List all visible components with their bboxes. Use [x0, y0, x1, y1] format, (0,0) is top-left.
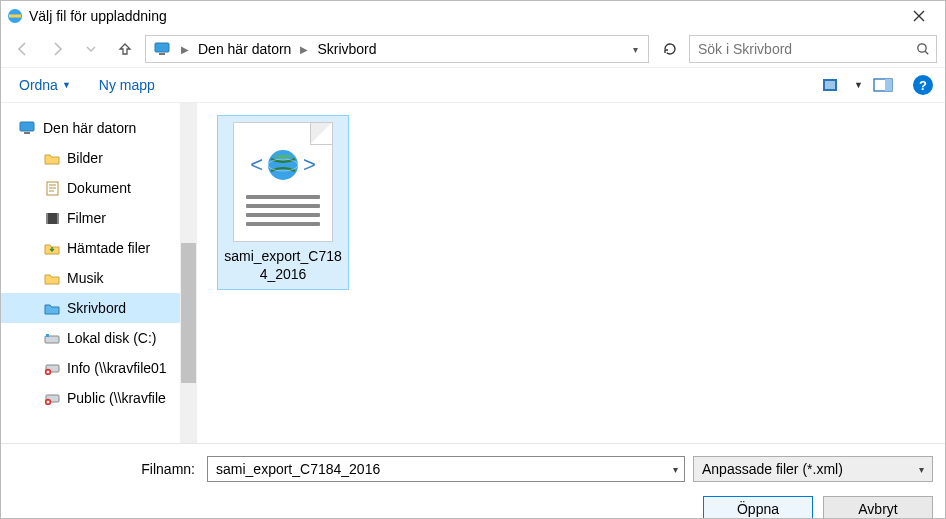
- music-icon: [43, 272, 61, 285]
- folder-icon: [43, 152, 61, 165]
- nav-row: ▶ Den här datorn ▶ Skrivbord ▾: [1, 31, 945, 67]
- xml-file-icon: < >: [233, 122, 333, 242]
- tree-item-musik[interactable]: Musik: [1, 263, 197, 293]
- breadcrumb-current[interactable]: Skrivbord: [313, 39, 380, 59]
- file-pane[interactable]: < > sami_export_C7184_2016: [197, 103, 945, 443]
- network-drive-error-icon: [43, 362, 61, 375]
- svg-point-20: [268, 150, 298, 180]
- svg-rect-9: [24, 132, 30, 134]
- tree-item-filmer[interactable]: Filmer: [1, 203, 197, 233]
- body: Den här datorn Bilder Dokument Filmer Hä…: [1, 103, 945, 443]
- nav-tree[interactable]: Den här datorn Bilder Dokument Filmer Hä…: [1, 103, 197, 443]
- svg-rect-13: [57, 213, 59, 224]
- file-item[interactable]: < > sami_export_C7184_2016: [217, 115, 349, 290]
- recent-locations-button[interactable]: [77, 35, 105, 63]
- close-button[interactable]: [899, 1, 939, 31]
- tree-item-hamtade[interactable]: Hämtade filer: [1, 233, 197, 263]
- breadcrumb[interactable]: ▶ Den här datorn ▶ Skrivbord ▾: [145, 35, 649, 63]
- svg-rect-7: [885, 79, 892, 91]
- help-button[interactable]: ?: [913, 75, 933, 95]
- window-title: Välj fil för uppladdning: [29, 8, 899, 24]
- footer: Filnamn: ▾ Anpassade filer (*.xml) ▾ Öpp…: [1, 443, 945, 519]
- tree-item-bilder[interactable]: Bilder: [1, 143, 197, 173]
- chevron-right-icon[interactable]: ▶: [297, 44, 311, 55]
- tree-item-label: Dokument: [67, 180, 131, 196]
- refresh-button[interactable]: [655, 35, 683, 63]
- chevron-right-icon[interactable]: ▶: [178, 44, 192, 55]
- search-box[interactable]: [689, 35, 937, 63]
- tree-scrollbar[interactable]: [180, 103, 197, 443]
- tree-item-net-info[interactable]: Info (\\kravfile01: [1, 353, 197, 383]
- tree-item-net-public[interactable]: Public (\\kravfile: [1, 383, 197, 413]
- filter-label: Anpassade filer (*.xml): [702, 461, 843, 477]
- tree-item-dokument[interactable]: Dokument: [1, 173, 197, 203]
- open-button[interactable]: Öppna: [703, 496, 813, 519]
- svg-rect-15: [46, 334, 49, 337]
- file-label: sami_export_C7184_2016: [224, 248, 342, 283]
- tree-item-label: Info (\\kravfile01: [67, 360, 167, 376]
- svg-rect-14: [45, 336, 59, 343]
- tree-item-label: Musik: [67, 270, 104, 286]
- drive-icon: [43, 332, 61, 345]
- new-folder-label: Ny mapp: [99, 77, 155, 93]
- svg-point-3: [918, 44, 926, 52]
- document-icon: [43, 181, 61, 196]
- svg-rect-12: [46, 213, 48, 224]
- tree-item-label: Skrivbord: [67, 300, 126, 316]
- svg-rect-8: [20, 122, 34, 131]
- tree-item-skrivbord[interactable]: Skrivbord: [1, 293, 197, 323]
- filename-label: Filnamn:: [13, 461, 199, 477]
- svg-rect-5: [825, 81, 835, 89]
- filename-combo[interactable]: ▾: [207, 456, 685, 482]
- pc-icon: [154, 42, 172, 56]
- tree-item-localdisk[interactable]: Lokal disk (C:): [1, 323, 197, 353]
- svg-rect-1: [155, 43, 169, 52]
- cancel-button[interactable]: Avbryt: [823, 496, 933, 519]
- breadcrumb-root[interactable]: Den här datorn: [194, 39, 295, 59]
- nav-back-button[interactable]: [9, 35, 37, 63]
- nav-up-button[interactable]: [111, 35, 139, 63]
- organize-menu[interactable]: Ordna ▼: [13, 73, 77, 97]
- preview-pane-button[interactable]: [871, 74, 897, 96]
- filename-input[interactable]: [214, 460, 673, 478]
- chevron-down-icon: ▼: [62, 80, 71, 90]
- tree-item-label: Public (\\kravfile: [67, 390, 166, 406]
- chevron-down-icon[interactable]: ▼: [854, 80, 863, 90]
- tree-root[interactable]: Den här datorn: [1, 113, 197, 143]
- desktop-icon: [43, 302, 61, 315]
- tree-item-label: Hämtade filer: [67, 240, 150, 256]
- title-bar: Välj fil för uppladdning: [1, 1, 945, 31]
- download-icon: [43, 242, 61, 255]
- tree-root-label: Den här datorn: [43, 120, 136, 136]
- network-drive-error-icon: [43, 392, 61, 405]
- organize-label: Ordna: [19, 77, 58, 93]
- nav-forward-button[interactable]: [43, 35, 71, 63]
- svg-rect-2: [159, 53, 165, 55]
- view-mode-button[interactable]: [820, 74, 846, 96]
- chevron-down-icon[interactable]: ▾: [673, 464, 678, 475]
- toolbar: Ordna ▼ Ny mapp ▼ ?: [1, 67, 945, 103]
- pc-icon: [19, 121, 37, 135]
- video-icon: [43, 212, 61, 225]
- scrollbar-thumb[interactable]: [181, 243, 196, 383]
- search-input[interactable]: [696, 40, 916, 58]
- tree-item-label: Bilder: [67, 150, 103, 166]
- tree-item-label: Filmer: [67, 210, 106, 226]
- breadcrumb-dropdown[interactable]: ▾: [627, 44, 644, 55]
- chevron-down-icon: ▾: [919, 464, 924, 475]
- ie-icon: [7, 8, 23, 24]
- search-icon[interactable]: [916, 42, 930, 56]
- new-folder-button[interactable]: Ny mapp: [93, 73, 161, 97]
- tree-item-label: Lokal disk (C:): [67, 330, 156, 346]
- filetype-filter[interactable]: Anpassade filer (*.xml) ▾: [693, 456, 933, 482]
